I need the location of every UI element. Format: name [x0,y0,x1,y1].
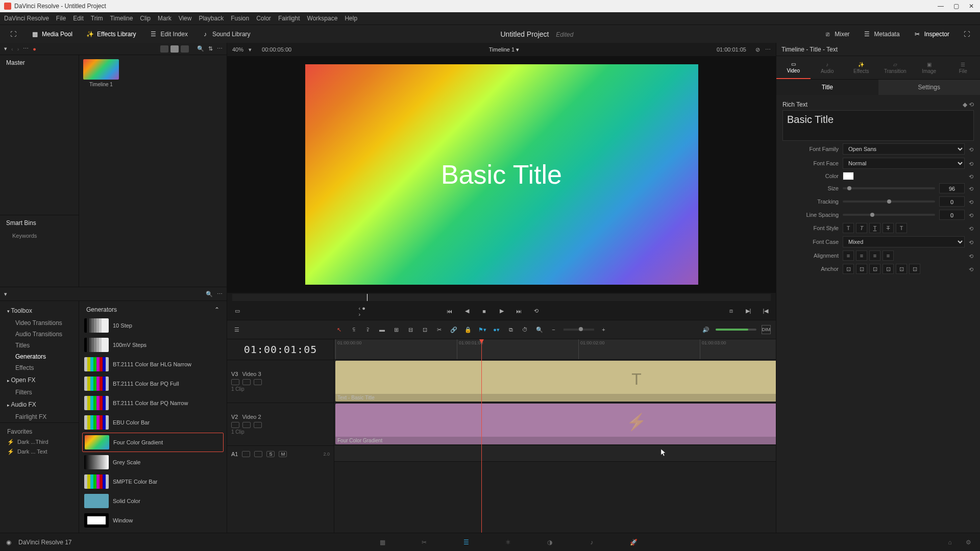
menu-fusion[interactable]: Fusion [231,15,249,22]
enable-track-icon[interactable] [254,379,262,385]
viewer-zoom[interactable]: 40% [232,46,243,53]
align-center-button[interactable]: ≡ [856,251,867,261]
project-settings-button[interactable]: ⚙ [963,537,974,548]
generator-window[interactable]: Window [82,511,224,530]
anchor-3-button[interactable]: ⊡ [869,264,880,274]
metadata-view-icon[interactable] [160,45,168,53]
enable-track-icon[interactable] [254,422,262,428]
matchframe-button[interactable]: ⧈ [726,306,736,316]
auto-select-icon[interactable] [242,379,251,385]
close-button[interactable]: ✕ [967,2,976,11]
record-arm-icon[interactable] [254,451,262,457]
timeline-view-icon[interactable]: ☰ [232,325,241,334]
title-text-input[interactable]: Basic Title [782,110,974,141]
menu-app[interactable]: DaVinci Resolve [4,15,49,22]
menu-color[interactable]: Color [256,15,271,22]
reset-icon[interactable]: ⟲ [969,146,974,152]
search-icon[interactable]: 🔍 [197,45,204,52]
timeline-timecode[interactable]: 01:00:01:05 [227,339,334,360]
menu-timeline[interactable]: Timeline [110,15,133,22]
viewer-scrubber[interactable] [232,294,771,301]
collapse-icon[interactable]: ⌃ [214,306,219,313]
favorite-item-2[interactable]: ⚡Dark ... Text [0,447,79,457]
anchor-4-button[interactable]: ⊡ [883,264,894,274]
effects-search-icon[interactable]: 🔍 [206,291,213,297]
tree-openfx[interactable]: Open FX [0,373,79,387]
page-media[interactable]: ▦ [377,537,388,548]
mute-icon[interactable]: 🔊 [701,325,710,334]
menu-mark[interactable]: Mark [158,15,172,22]
mixer-button[interactable]: ⎚Mixer [819,28,853,40]
lock-track-icon[interactable] [231,379,239,385]
effects-dropdown-icon[interactable]: ▾ [4,291,7,297]
tree-effects[interactable]: Effects [0,362,79,373]
options-icon[interactable]: ⋯ [217,45,223,52]
inspector-tab-file[interactable]: ☰File [946,56,981,79]
menu-trim[interactable]: Trim [91,15,103,22]
stop-button[interactable]: ■ [479,306,489,316]
generator-bt2111-hlg[interactable]: BT.2111 Color Bar HLG Narrow [82,355,224,373]
reset-icon[interactable]: ⟲ [969,161,974,166]
align-justify-button[interactable]: ≡ [883,251,894,261]
effects-options-icon[interactable]: ⋯ [217,291,223,297]
nav-dots-icon[interactable]: ‹ ● › [359,306,369,316]
menu-view[interactable]: View [179,15,192,22]
metadata-button[interactable]: ☰Metadata [859,28,904,40]
anchor-5-button[interactable]: ⊡ [896,264,907,274]
page-fairlight[interactable]: ♪ [586,537,597,548]
lock-track-icon[interactable] [231,422,239,428]
generator-ebu[interactable]: EBU Color Bar [82,413,224,432]
size-slider[interactable] [843,187,935,189]
reset-icon[interactable]: ⟲ [969,212,974,217]
snap-icon[interactable]: ⧉ [506,325,516,334]
trim-tool-icon[interactable]: ⫁ [349,325,358,334]
style-strike-button[interactable]: T [883,223,894,233]
nav-back-icon[interactable]: ‹ [11,46,13,52]
edit-index-button[interactable]: ☰Edit Index [145,28,192,40]
track-header-a1[interactable]: A1 S M 2.0 [227,445,334,462]
menu-fairlight[interactable]: Fairlight [278,15,300,22]
clip-four-color-gradient[interactable]: ⚡ Four Color Gradient [335,404,776,444]
tree-toolbox[interactable]: Toolbox [0,304,79,317]
subtab-title[interactable]: Title [776,80,878,95]
expand-button[interactable]: ⛶ [959,28,975,40]
solo-button[interactable]: S [266,451,275,457]
menu-file[interactable]: File [56,15,66,22]
timeline-playhead[interactable] [481,339,482,533]
more-icon[interactable]: ⋯ [23,45,29,52]
viewer-options-icon[interactable]: ⋯ [765,46,771,53]
master-bin[interactable]: Master [0,55,79,70]
in-button[interactable]: ▶| [743,306,753,316]
font-face-select[interactable]: Normal [843,158,965,169]
zoom-tool-icon[interactable]: 🔍 [535,325,544,334]
auto-select-icon[interactable] [242,422,251,428]
fullscreen-button[interactable]: ⛶ [5,28,21,40]
overwrite-clip-icon[interactable]: ⊟ [406,325,415,334]
menu-workspace[interactable]: Workspace [307,15,338,22]
align-right-button[interactable]: ≡ [869,251,880,261]
tree-video-transitions[interactable]: Video Transitions [0,317,79,329]
clip-basic-title[interactable]: T Text - Basic Title [335,361,776,402]
nav-fwd-icon[interactable]: › [17,46,19,52]
page-color[interactable]: ◑ [544,537,555,548]
timeline-ruler[interactable]: 01:00:00:00 01:00:01:00 01:00:02:00 01:0… [334,339,776,360]
reset-icon[interactable]: ⟲ [969,253,974,258]
zoom-slider[interactable] [564,329,594,331]
line-spacing-slider[interactable] [843,214,935,216]
timeline-tracks[interactable]: 01:00:00:00 01:00:01:00 01:00:02:00 01:0… [334,339,776,533]
first-frame-button[interactable]: ⏮ [445,306,455,316]
out-button[interactable]: |◀ [761,306,771,316]
rich-text-header[interactable]: Rich Text ◆ ⟲ [782,99,974,110]
page-cut[interactable]: ✂ [419,537,430,548]
tree-filters[interactable]: Filters [0,387,79,398]
tree-audiofx[interactable]: Audio FX [0,398,79,411]
viewer-title[interactable]: Timeline 1 ▾ [297,46,712,53]
inspector-button[interactable]: ✂Inspector [909,28,953,40]
zoom-out-icon[interactable]: − [549,325,558,334]
flag-icon[interactable]: ⚑▾ [478,325,487,334]
track-header-v2[interactable]: V2Video 2 1 Clip [227,403,334,445]
maximize-button[interactable]: ▢ [951,2,961,11]
reset-icon[interactable]: ⟲ [969,199,974,204]
track-v2[interactable]: ⚡ Four Color Gradient [334,403,776,445]
page-deliver[interactable]: 🚀 [628,537,639,548]
